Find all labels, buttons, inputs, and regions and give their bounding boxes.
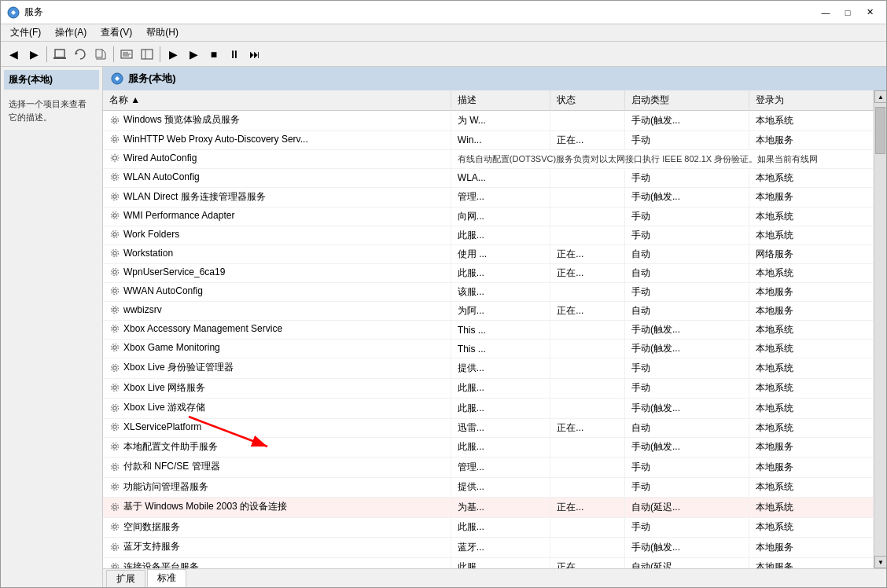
separator-3 xyxy=(160,46,160,62)
svg-point-58 xyxy=(112,564,119,569)
menu-action[interactable]: 操作(A) xyxy=(49,24,93,41)
service-status-cell xyxy=(550,378,625,399)
table-header-row: 名称 ▲ 描述 状态 启动类型 xyxy=(103,90,874,111)
table-row[interactable]: WinHTTP Web Proxy Auto-Discovery Serv...… xyxy=(103,130,874,149)
tab-standard[interactable]: 标准 xyxy=(147,569,186,587)
scrollbar-thumb[interactable] xyxy=(875,107,885,154)
resume-service[interactable]: ⏭ xyxy=(245,45,264,64)
forward-button[interactable]: ▶ xyxy=(24,45,43,64)
start-service-2[interactable]: ▶ xyxy=(184,45,203,64)
table-row[interactable]: 付款和 NFC/SE 管理器 管理... 手动 本地服务 xyxy=(103,458,874,478)
svg-point-15 xyxy=(112,135,119,142)
service-startup-cell: 自动 xyxy=(625,418,749,437)
service-status-cell xyxy=(550,358,625,379)
refresh-button[interactable] xyxy=(71,45,90,64)
col-logon[interactable]: 登录为 xyxy=(749,90,873,111)
up-button[interactable] xyxy=(50,45,69,64)
service-desc-cell: Win... xyxy=(451,130,550,149)
svg-point-29 xyxy=(113,289,116,292)
gear-icon xyxy=(109,362,120,373)
svg-point-48 xyxy=(112,463,119,470)
service-logon-cell: 本地服务 xyxy=(749,283,873,302)
pause-service[interactable]: ⏸ xyxy=(225,45,244,64)
content-area: 服务(本地) 名称 ▲ 描述 xyxy=(103,67,886,587)
service-name-cell: 基于 Windows Mobile 2003 的设备连接 xyxy=(103,498,451,518)
svg-point-38 xyxy=(112,364,119,371)
service-name-cell: WMI Performance Adapter xyxy=(103,208,451,226)
svg-point-19 xyxy=(113,195,116,198)
service-status-cell xyxy=(550,111,625,131)
table-row[interactable]: wwbizsrv 为阿... 正在... 自动 本地服务 xyxy=(103,302,874,321)
menu-view[interactable]: 查看(V) xyxy=(94,24,138,41)
service-name-cell: Xbox Live 网络服务 xyxy=(103,378,451,399)
gear-icon xyxy=(109,134,120,145)
close-button[interactable]: ✕ xyxy=(859,5,880,20)
table-row[interactable]: WpnUserService_6ca19 此服... 正在... 自动 本地系统 xyxy=(103,264,874,283)
svg-point-55 xyxy=(113,545,116,548)
table-row[interactable]: Xbox Live 游戏存储 此服... 手动(触发... 本地系统 xyxy=(103,399,874,419)
minimize-button[interactable]: — xyxy=(815,5,836,20)
service-desc-cell: 管理... xyxy=(451,458,550,478)
service-name-cell: 空间数据服务 xyxy=(103,517,451,538)
col-startup[interactable]: 启动类型 xyxy=(625,90,749,111)
table-row[interactable]: Workstation 使用 ... 正在... 自动 网络服务 xyxy=(103,245,874,264)
scroll-up-button[interactable]: ▲ xyxy=(874,90,886,103)
service-logon-cell: 本地服务 xyxy=(749,538,873,558)
service-desc-cell: 此服... xyxy=(451,264,550,283)
table-row[interactable]: 本地配置文件助手服务 此服... 手动(触发... 本地服务 xyxy=(103,437,874,458)
svg-point-54 xyxy=(112,524,119,531)
table-row[interactable]: 功能访问管理器服务 提供... 手动 本地系统 xyxy=(103,477,874,498)
service-desc-cell: 管理... xyxy=(451,187,550,208)
table-row[interactable]: Wired AutoConfig 有线自动配置(DOT3SVC)服务负责对以太网… xyxy=(103,149,874,168)
table-row[interactable]: WWAN AutoConfig 该服... 手动 本地服务 xyxy=(103,283,874,302)
stop-service[interactable]: ■ xyxy=(204,45,223,64)
gear-icon xyxy=(109,285,120,296)
table-row[interactable]: 蓝牙支持服务 蓝牙... 手动(触发... 本地服务 xyxy=(103,538,874,558)
service-table-container[interactable]: 名称 ▲ 描述 状态 启动类型 xyxy=(103,90,874,568)
export-button[interactable] xyxy=(91,45,110,64)
back-button[interactable]: ◀ xyxy=(4,45,23,64)
table-row[interactable]: 空间数据服务 此服... 手动 本地系统 xyxy=(103,517,874,538)
svg-point-35 xyxy=(113,346,116,349)
gear-icon xyxy=(109,304,120,315)
table-row[interactable]: XLServicePlatform 迅雷... 正在... 自动 本地系统 xyxy=(103,418,874,437)
table-row[interactable]: WLAN Direct 服务连接管理器服务 管理... 手动(触发... 本地服… xyxy=(103,187,874,208)
service-startup-cell: 手动(触发... xyxy=(625,437,749,458)
col-name[interactable]: 名称 ▲ xyxy=(103,90,451,111)
table-row[interactable]: Windows 预览体验成员服务 为 W... 手动(触发... 本地系统 xyxy=(103,111,874,131)
table-row[interactable]: 基于 Windows Mobile 2003 的设备连接 为基... 正在...… xyxy=(103,498,874,518)
col-desc[interactable]: 描述 xyxy=(451,90,550,111)
vertical-scrollbar[interactable]: ▲ ▼ xyxy=(874,90,886,568)
table-row[interactable]: Xbox Accessory Management Service This .… xyxy=(103,321,874,340)
service-desc-cell: WLA... xyxy=(451,168,550,187)
start-service[interactable]: ▶ xyxy=(164,45,182,64)
menu-help[interactable]: 帮助(H) xyxy=(140,24,185,41)
scrollbar-track[interactable] xyxy=(874,103,886,556)
svg-point-39 xyxy=(113,386,116,389)
svg-point-27 xyxy=(113,270,116,274)
service-desc-cell: 此服... xyxy=(451,437,550,458)
svg-point-32 xyxy=(112,307,119,314)
table-row[interactable]: Xbox Live 身份验证管理器 提供... 手动 本地系统 xyxy=(103,358,874,379)
toggle-panel[interactable] xyxy=(138,45,156,64)
service-status-cell xyxy=(550,226,625,245)
scroll-down-button[interactable]: ▼ xyxy=(874,556,886,568)
table-row[interactable]: Xbox Live 网络服务 此服... 手动 本地系统 xyxy=(103,378,874,399)
service-status-cell: 正在... xyxy=(550,498,625,518)
menu-file[interactable]: 文件(F) xyxy=(4,24,47,41)
table-row[interactable]: Work Folders 此服... 手动 本地系统 xyxy=(103,226,874,245)
table-row[interactable]: Xbox Game Monitoring This ... 手动(触发... 本… xyxy=(103,340,874,358)
table-row[interactable]: 连接设备平台服务 此服... 正在... 自动(延迟... 本地服务 xyxy=(103,557,874,568)
col-status[interactable]: 状态 xyxy=(550,90,625,111)
svg-marker-3 xyxy=(75,52,78,55)
service-status-cell xyxy=(550,399,625,419)
sidebar-title: 服务(本地) xyxy=(4,70,99,90)
service-startup-cell: 自动 xyxy=(625,264,749,283)
show-description[interactable] xyxy=(117,45,136,64)
svg-point-52 xyxy=(112,503,119,510)
tab-extended[interactable]: 扩展 xyxy=(106,570,145,587)
maximize-button[interactable]: □ xyxy=(837,5,858,20)
svg-point-26 xyxy=(112,250,119,257)
table-row[interactable]: WLAN AutoConfig WLA... 手动 本地系统 xyxy=(103,168,874,187)
table-row[interactable]: WMI Performance Adapter 向网... 手动 本地系统 xyxy=(103,208,874,226)
